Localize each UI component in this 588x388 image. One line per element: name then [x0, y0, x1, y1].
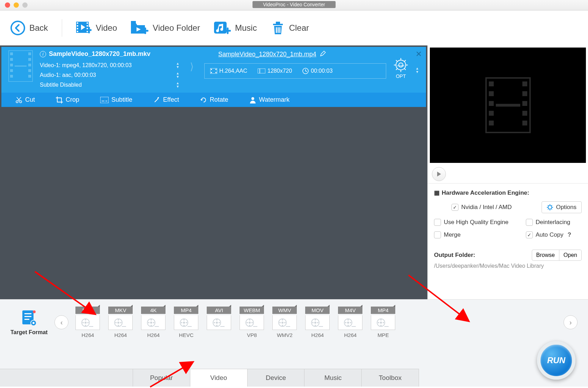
svg-point-120 — [282, 319, 283, 321]
svg-rect-14 — [276, 27, 277, 33]
music-label: Music — [235, 23, 257, 33]
open-folder-button[interactable]: Open — [559, 250, 582, 261]
svg-rect-61 — [522, 91, 527, 96]
clear-button[interactable]: Clear — [271, 21, 309, 35]
format-reel-icon — [174, 315, 198, 330]
minimize-window-icon[interactable] — [14, 2, 19, 8]
svg-point-107 — [216, 322, 218, 324]
gpu-checkbox[interactable]: ✓ — [451, 204, 458, 211]
info-icon[interactable]: i — [40, 51, 46, 57]
back-button[interactable]: Back — [10, 21, 48, 35]
format-option-mkv-h264[interactable]: MKV H264 — [108, 307, 133, 338]
tab-music[interactable]: Music — [304, 369, 362, 387]
run-button[interactable]: RUN — [537, 341, 575, 380]
svg-rect-18 — [10, 52, 13, 55]
video-icon — [76, 21, 91, 35]
subtitle-button[interactable]: Subtitle — [100, 96, 132, 103]
format-option-m4v-h264[interactable]: M4V H264 — [338, 307, 362, 338]
svg-point-127 — [315, 325, 316, 326]
format-option-wmv-wmv2[interactable]: WMV WMV2 — [272, 307, 297, 338]
person-icon — [249, 96, 256, 103]
svg-rect-56 — [489, 91, 494, 96]
autocopy-checkbox[interactable]: ✓ — [526, 231, 533, 238]
hq-checkbox[interactable] — [434, 219, 441, 226]
format-option-mp4-mpe[interactable]: MP4 MPE — [371, 307, 395, 338]
svg-point-115 — [249, 325, 250, 326]
job-reorder[interactable]: ▲▼ — [416, 67, 419, 74]
merge-checkbox[interactable] — [434, 231, 441, 238]
format-codec-label: MPE — [377, 332, 389, 338]
gear-icon — [547, 204, 553, 210]
svg-point-133 — [347, 325, 349, 326]
format-codec-label: H264 — [114, 332, 127, 338]
svg-point-131 — [347, 322, 349, 324]
svg-point-109 — [216, 325, 218, 326]
target-format-heading: Target Format — [10, 309, 47, 336]
format-option-mov-h264[interactable]: MOV H264 — [305, 307, 330, 338]
format-scroll-right[interactable]: › — [564, 315, 578, 329]
format-badge: WEBM — [240, 307, 264, 314]
film-icon — [8, 50, 33, 83]
svg-point-140 — [378, 322, 379, 323]
hw-options-button[interactable]: Options — [542, 201, 582, 213]
window-title: VideoProc - Video Converter — [252, 1, 336, 8]
close-window-icon[interactable] — [5, 2, 10, 8]
format-option-webm-vp8[interactable]: WEBM VP8 — [240, 307, 264, 338]
format-badge: WMV — [272, 307, 297, 314]
output-folder-title: Output Folder: — [434, 252, 475, 259]
format-badge: MKV — [108, 307, 133, 314]
svg-rect-8 — [87, 28, 88, 29]
remove-job-button[interactable]: ✕ — [416, 50, 422, 59]
svg-point-125 — [314, 322, 316, 324]
svg-point-111 — [219, 322, 220, 323]
svg-point-53 — [251, 97, 254, 100]
svg-rect-21 — [10, 69, 13, 72]
format-category-tabs: Popular Video Device Music Toolbox — [0, 369, 419, 387]
video-stream-selector[interactable]: ▲▼ — [176, 62, 179, 69]
add-video-folder-button[interactable]: Video Folder — [131, 21, 200, 35]
subtitle-info: Subtitle Disabled — [40, 80, 82, 90]
help-icon[interactable]: ? — [567, 231, 571, 238]
audio-stream-selector[interactable]: ▲▼ — [176, 72, 179, 79]
tab-popular[interactable]: Popular — [133, 369, 190, 387]
subtitle-selector[interactable]: ▲▼ — [176, 81, 179, 88]
cut-button[interactable]: Cut — [15, 96, 35, 103]
svg-point-116 — [247, 322, 248, 323]
format-option-avi-none[interactable]: AVI — [207, 307, 231, 338]
edit-filename-icon[interactable] — [320, 50, 326, 58]
add-video-button[interactable]: Video — [76, 21, 117, 35]
rotate-button[interactable]: Rotate — [200, 96, 228, 103]
deinterlace-label: Deinterlacing — [536, 219, 570, 226]
deinterlace-checkbox[interactable] — [526, 219, 533, 226]
back-label: Back — [29, 23, 48, 33]
format-codec-label: WMV2 — [277, 332, 293, 338]
format-scroll-left[interactable]: ‹ — [54, 315, 68, 329]
job-item[interactable]: ✕ i SampleVideo_1280x720_1mb.mkv Video-1… — [1, 47, 426, 107]
svg-point-103 — [183, 325, 185, 326]
watermark-button[interactable]: Watermark — [249, 96, 289, 103]
play-button[interactable] — [432, 167, 446, 181]
format-option-mp4-hevc[interactable]: MP4 HEVC — [174, 307, 198, 338]
effect-button[interactable]: Effect — [153, 96, 179, 103]
format-reel-icon — [371, 315, 395, 330]
zoom-window-icon[interactable] — [22, 2, 28, 8]
svg-rect-7 — [87, 25, 88, 27]
svg-rect-23 — [28, 52, 31, 55]
format-option-mp4-h264[interactable]: MP4 H264 — [75, 307, 100, 338]
tab-toolbox[interactable]: Toolbox — [362, 369, 419, 387]
crop-button[interactable]: Crop — [56, 96, 79, 103]
format-option-4k-h264[interactable]: 4K H264 — [141, 307, 166, 338]
browse-button[interactable]: Browse — [532, 250, 559, 261]
rotate-icon — [200, 96, 207, 103]
tab-video[interactable]: Video — [190, 369, 248, 387]
svg-line-45 — [396, 69, 397, 70]
tab-device[interactable]: Device — [248, 369, 305, 387]
svg-point-104 — [181, 322, 182, 323]
format-badge: MOV — [305, 307, 330, 314]
codec-options-button[interactable]: codec OPT — [393, 57, 409, 79]
add-music-button[interactable]: Music — [214, 21, 257, 35]
svg-point-123 — [284, 322, 286, 323]
video-folder-label: Video Folder — [153, 23, 200, 33]
format-codec-label: H264 — [81, 332, 94, 338]
svg-line-72 — [551, 209, 552, 209]
